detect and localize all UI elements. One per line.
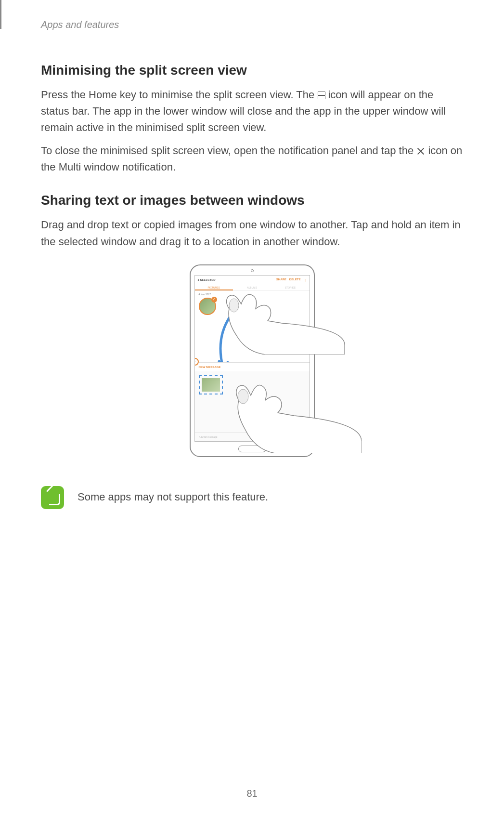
selected-thumbnail bbox=[199, 298, 216, 315]
breadcrumb: Apps and features bbox=[41, 19, 119, 30]
gallery-tabs: PICTURES ALBUMS STORIES bbox=[195, 284, 310, 291]
more-icon: ⋮ bbox=[304, 278, 307, 281]
selected-count: 1 SELECTED bbox=[198, 278, 216, 281]
page-content: Minimising the split screen view Press t… bbox=[41, 63, 463, 509]
home-button-icon bbox=[238, 446, 266, 452]
message-input-placeholder: ✎ Enter message bbox=[195, 433, 310, 441]
camera-icon bbox=[251, 269, 254, 272]
paragraph-minimise-2: To close the minimised split screen view… bbox=[41, 143, 463, 175]
note-icon bbox=[41, 486, 64, 509]
top-app-window: 1 SELECTED SHARE DELETE ⋮ PICTURES ALBUM… bbox=[195, 276, 310, 362]
heading-sharing: Sharing text or images between windows bbox=[41, 193, 463, 208]
note-text: Some apps may not support this feature. bbox=[78, 491, 268, 503]
drop-target bbox=[199, 375, 223, 394]
page-left-border bbox=[0, 0, 1, 29]
paragraph-sharing: Drag and drop text or copied images from… bbox=[41, 217, 463, 250]
enter-message-text: Enter message bbox=[201, 435, 218, 438]
close-icon bbox=[416, 147, 425, 156]
split-screen-icon bbox=[317, 92, 325, 99]
tab-stories: STORIES bbox=[271, 284, 309, 290]
new-message-header: NEW MESSAGE bbox=[195, 363, 310, 371]
text-fragment: Press the Home key to minimise the split… bbox=[41, 89, 317, 101]
note-callout: Some apps may not support this feature. bbox=[41, 486, 463, 509]
date-label: 4 Nov 2017 bbox=[195, 291, 310, 298]
gallery-header: 1 SELECTED SHARE DELETE ⋮ bbox=[195, 276, 310, 284]
bottom-app-window: NEW MESSAGE ✎ Enter message bbox=[195, 362, 310, 441]
tab-albums: ALBUMS bbox=[233, 284, 271, 290]
share-action: SHARE bbox=[276, 278, 286, 281]
device-screen: 1 SELECTED SHARE DELETE ⋮ PICTURES ALBUM… bbox=[194, 275, 310, 442]
text-fragment: To close the minimised split screen view… bbox=[41, 145, 416, 157]
paragraph-minimise-1: Press the Home key to minimise the split… bbox=[41, 87, 463, 136]
heading-minimising: Minimising the split screen view bbox=[41, 63, 463, 78]
tablet-frame: 1 SELECTED SHARE DELETE ⋮ PICTURES ALBUM… bbox=[190, 264, 315, 457]
device-illustration: 1 SELECTED SHARE DELETE ⋮ PICTURES ALBUM… bbox=[41, 264, 463, 457]
page-number: 81 bbox=[246, 788, 257, 799]
tab-pictures: PICTURES bbox=[195, 284, 233, 290]
delete-action: DELETE bbox=[289, 278, 301, 281]
